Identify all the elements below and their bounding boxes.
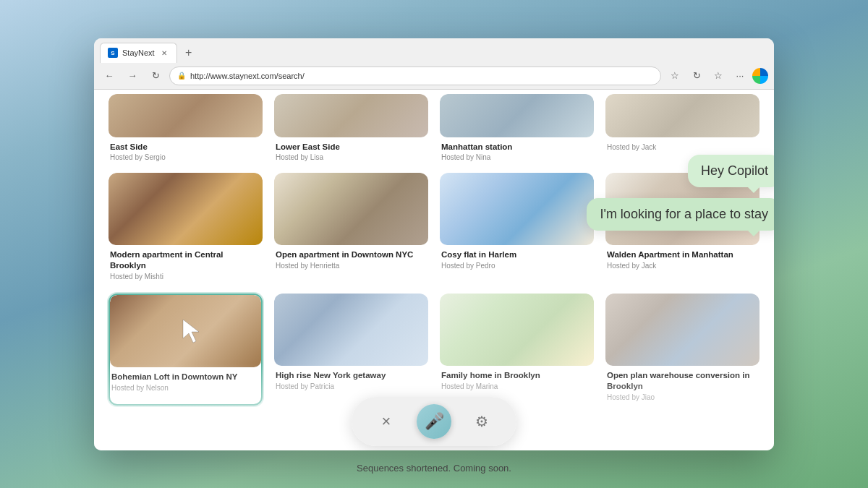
row3: Bohemian Loft in Downtown NY Hosted by N… [109,294,760,406]
listing-image [274,173,428,245]
listing-card-warehouse[interactable]: Open plan warehouse conversion in Brookl… [605,294,760,406]
close-button[interactable]: × [373,408,399,435]
more-button[interactable]: ··· [731,67,749,85]
listing-title: Walden Apartment in Manhattan [607,249,758,260]
browser-toolbar: ← → ↻ 🔒 http://www.staynext.com/search/ … [94,63,774,89]
browser-tabs: S StayNext ✕ + [94,38,774,63]
edge-icon [752,68,768,84]
status-text: Sequences shortened. Coming soon. [357,463,511,474]
listing-title: Open apartment in Downtown NYC [276,249,427,260]
toolbar-right: ☆ ↻ ☆ ··· [665,67,768,85]
listing-info: Walden Apartment in Manhattan Hosted by … [605,245,760,274]
listing-host: Hosted by Lisa [276,153,427,161]
listing-card-centralbrooklyn[interactable]: Modern apartment in Central Brooklyn Hos… [109,173,263,285]
new-tab-button[interactable]: + [180,44,197,61]
listing-card-manhattanstation[interactable]: Manhattan station Hosted by Nina [440,94,594,166]
listing-card-downtownnyc[interactable]: Open apartment in Downtown NYC Hosted by… [274,173,428,285]
listing-image [605,294,760,366]
listing-info: Hosted by Jack [605,137,760,155]
browser-window: S StayNext ✕ + ← → ↻ 🔒 http://www.stayne… [94,38,774,450]
listing-card-eastside[interactable]: East Side Hosted by Sergio [109,94,263,166]
listing-image [110,295,261,367]
listing-title: High rise New York getaway [276,370,427,381]
listing-image [440,173,594,245]
extensions-button[interactable]: ☆ [709,67,728,85]
listing-title: East Side [110,142,261,153]
tab-title: StayNext [122,48,155,57]
tab-favicon: S [108,48,118,58]
listing-title: Modern apartment in Central Brooklyn [110,249,261,271]
listing-host: Hosted by Henrietta [276,262,427,270]
listing-host: Hosted by Nelson [111,384,260,392]
listing-image [440,94,594,137]
listing-image [605,94,760,137]
mic-button[interactable]: 🎤 [417,404,451,439]
listing-host: Hosted by Jack [607,262,758,270]
top-row: East Side Hosted by Sergio Lower East Si… [109,94,760,166]
refresh-right-button[interactable]: ↻ [687,67,706,85]
browser-chrome: S StayNext ✕ + ← → ↻ 🔒 http://www.stayne… [94,38,774,90]
active-tab[interactable]: S StayNext ✕ [100,43,177,63]
listing-host: Hosted by Marina [441,382,592,390]
listing-card-familyhome[interactable]: Family home in Brooklyn Hosted by Marina [440,294,594,406]
listing-image [274,294,428,366]
listing-title: Manhattan station [441,142,592,153]
bottom-controls: × 🎤 ⚙ [94,393,774,450]
listing-info: High rise New York getaway Hosted by Pat… [274,366,428,395]
listing-info: Cosy flat in Harlem Hosted by Pedro [440,245,594,274]
controls-pill: × 🎤 ⚙ [352,397,516,446]
listing-host: Hosted by Mishti [110,273,261,281]
listing-title: Open plan warehouse conversion in Brookl… [607,370,758,392]
listing-image [440,294,594,366]
refresh-button[interactable]: ↻ [146,67,165,85]
listing-info: Manhattan station Hosted by Nina [440,137,594,166]
listing-info: East Side Hosted by Sergio [109,137,263,166]
listing-info: Lower East Side Hosted by Lisa [274,137,428,166]
settings-button[interactable]: ⚙ [469,408,495,435]
listing-image [109,94,263,137]
listing-info: Open apartment in Downtown NYC Hosted by… [274,245,428,274]
listing-card-highrise[interactable]: High rise New York getaway Hosted by Pat… [274,294,428,406]
address-url: http://www.staynext.com/search/ [190,72,305,80]
listing-image [274,94,428,137]
back-button[interactable]: ← [100,67,119,85]
listing-host: Hosted by Patricia [276,382,427,390]
listing-host: Hosted by Pedro [441,262,592,270]
listing-title: Family home in Brooklyn [441,370,592,381]
copilot-bubble: Hey Copilot [688,155,774,187]
listing-title: Lower East Side [276,142,427,153]
svg-marker-0 [183,320,199,343]
listing-host: Hosted by Jack [607,143,758,151]
listing-card-harlem[interactable]: Cosy flat in Harlem Hosted by Pedro [440,173,594,285]
listing-title: Cosy flat in Harlem [441,249,592,260]
address-bar[interactable]: 🔒 http://www.staynext.com/search/ [169,67,661,85]
user-bubble: I'm looking for a place to stay [587,198,774,231]
listing-host: Hosted by Sergio [110,153,261,161]
favorites-button[interactable]: ☆ [665,67,684,85]
listing-card-bohemian[interactable]: Bohemian Loft in Downtown NY Hosted by N… [109,294,263,406]
tab-close-button[interactable]: ✕ [159,48,169,58]
forward-button[interactable]: → [123,67,142,85]
scroll-content: East Side Hosted by Sergio Lower East Si… [94,94,774,421]
listing-card-lowereastside[interactable]: Lower East Side Hosted by Lisa [274,94,428,166]
listing-title: Bohemian Loft in Downtown NY [111,372,260,382]
cursor-icon [180,318,206,344]
listing-host: Hosted by Nina [441,153,592,161]
listing-info: Modern apartment in Central Brooklyn Hos… [109,245,263,285]
listing-info: Family home in Brooklyn Hosted by Marina [440,366,594,395]
listing-image [109,173,263,245]
lock-icon: 🔒 [177,72,186,80]
browser-content-area: East Side Hosted by Sergio Lower East Si… [94,90,774,450]
